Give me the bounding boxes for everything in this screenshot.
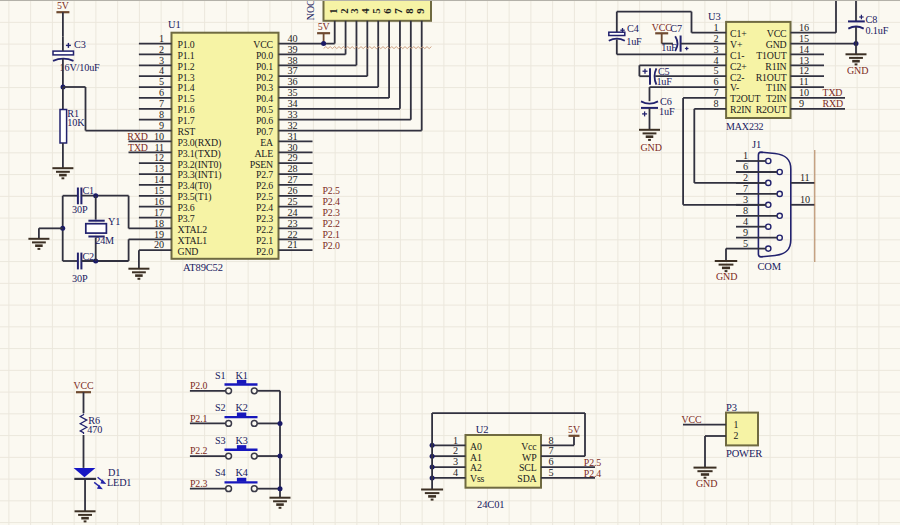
svg-text:6: 6 [549,456,554,467]
svg-text:C2+: C2+ [730,61,747,72]
svg-text:26: 26 [288,185,298,196]
svg-text:A0: A0 [470,441,482,452]
svg-text:P0.1: P0.1 [256,61,273,72]
svg-text:5V: 5V [57,0,70,11]
svg-text:1uF: 1uF [626,36,642,47]
svg-text:P2.4: P2.4 [584,468,601,479]
svg-text:5: 5 [159,76,164,87]
svg-text:GND: GND [766,39,787,50]
svg-text:7: 7 [714,87,719,98]
svg-text:4: 4 [453,467,458,478]
svg-text:13: 13 [799,55,809,66]
svg-text:ALE: ALE [254,148,273,159]
svg-text:GND: GND [696,478,717,489]
svg-text:P0.6: P0.6 [256,115,273,126]
svg-text:33: 33 [288,109,298,120]
svg-text:C7: C7 [670,23,682,34]
svg-text:P2.5: P2.5 [323,185,340,196]
svg-text:T1OUT: T1OUT [756,50,786,61]
svg-text:2: 2 [159,44,164,55]
svg-text:GND: GND [847,65,868,76]
svg-text:P0.4: P0.4 [256,93,273,104]
svg-text:S4: S4 [215,467,226,478]
svg-text:SCL: SCL [519,462,537,473]
svg-text:RXD: RXD [823,98,843,109]
svg-text:1uF: 1uF [656,76,672,87]
svg-text:Vcc: Vcc [521,441,537,452]
svg-text:P3.6: P3.6 [178,202,195,213]
svg-text:2: 2 [453,445,458,456]
svg-text:13: 13 [154,163,164,174]
svg-text:8: 8 [743,205,748,216]
svg-text:K2: K2 [236,402,248,413]
svg-text:C1+: C1+ [730,28,747,39]
svg-text:TXD: TXD [823,87,843,98]
svg-text:P2.0: P2.0 [323,240,340,251]
svg-text:R1IN: R1IN [765,61,786,72]
svg-text:15: 15 [799,33,809,44]
svg-text:16: 16 [799,22,809,33]
svg-text:P0.0: P0.0 [256,50,273,61]
svg-text:P1.4: P1.4 [178,82,195,93]
svg-text:3: 3 [714,44,719,55]
svg-text:3: 3 [743,194,748,205]
svg-text:C1: C1 [82,185,94,196]
svg-text:8: 8 [159,109,164,120]
svg-text:P2.0: P2.0 [190,380,207,391]
svg-text:5: 5 [549,467,554,478]
svg-text:9: 9 [159,120,164,131]
svg-text:7: 7 [159,98,164,109]
svg-text:C1-: C1- [730,50,744,61]
svg-text:K3: K3 [236,435,248,446]
svg-text:COM: COM [758,261,782,272]
svg-text:P0.2: P0.2 [256,72,273,83]
svg-text:8: 8 [549,435,554,446]
svg-text:1: 1 [453,435,458,446]
svg-text:P2.6: P2.6 [256,180,273,191]
svg-text:6: 6 [159,87,164,98]
svg-text:P3.7: P3.7 [178,213,195,224]
svg-text:K4: K4 [236,467,248,478]
svg-text:30P: 30P [72,204,88,215]
svg-text:4: 4 [159,65,164,76]
svg-text:T2OUT: T2OUT [730,93,760,104]
svg-text:2: 2 [743,172,748,183]
svg-text:11: 11 [799,76,809,87]
svg-text:R1OUT: R1OUT [756,72,787,83]
svg-text:P0.3: P0.3 [256,82,273,93]
svg-text:C3: C3 [74,39,86,50]
svg-text:P2.3: P2.3 [190,478,207,489]
svg-text:P2.7: P2.7 [256,169,273,180]
svg-text:SDA: SDA [517,473,536,484]
svg-text:C2: C2 [82,251,94,262]
svg-text:R2IN: R2IN [730,104,751,115]
svg-text:K1: K1 [236,370,248,381]
svg-text:TXD: TXD [128,142,148,153]
svg-text:15: 15 [154,185,164,196]
svg-text:P1.5: P1.5 [178,93,195,104]
svg-text:P1.7: P1.7 [178,115,195,126]
svg-text:T2IN: T2IN [766,93,787,104]
svg-text:P1.3: P1.3 [178,72,195,83]
svg-text:U3: U3 [708,11,721,22]
svg-text:1: 1 [743,150,748,161]
svg-text:Y1: Y1 [108,216,120,227]
svg-text:10: 10 [799,87,809,98]
svg-text:2: 2 [734,430,739,441]
svg-text:V+: V+ [730,39,743,50]
svg-text:VCC: VCC [682,414,702,425]
svg-text:A2: A2 [470,462,482,473]
svg-text:GND: GND [178,246,199,257]
svg-text:35: 35 [288,87,298,98]
svg-text:P1.2: P1.2 [178,61,195,72]
svg-text:29: 29 [288,152,298,163]
svg-text:P2.1: P2.1 [256,235,273,246]
svg-text:19: 19 [154,229,164,240]
svg-text:P2.1: P2.1 [190,413,207,424]
svg-text:3: 3 [159,55,164,66]
svg-text:J1: J1 [752,139,761,150]
svg-text:1uF: 1uF [659,106,675,117]
svg-text:C4: C4 [627,23,639,34]
svg-text:11: 11 [154,142,164,153]
svg-text:7: 7 [743,183,748,194]
